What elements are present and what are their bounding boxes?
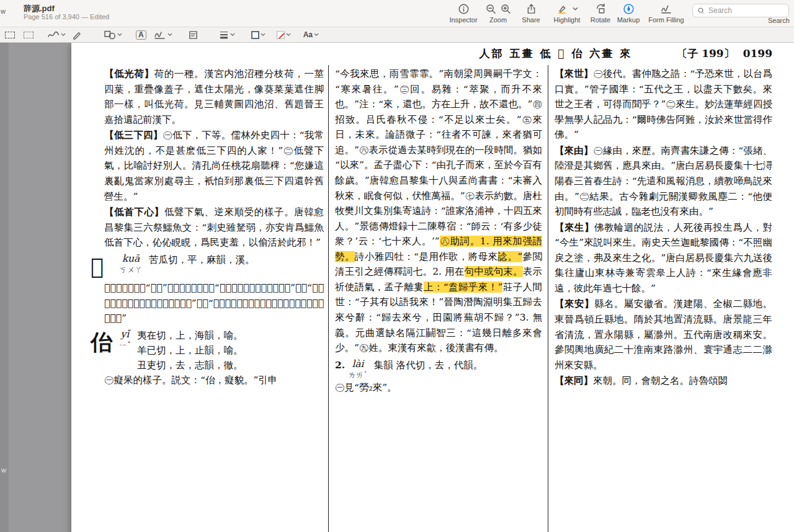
- headword-character: 佁: [91, 328, 119, 357]
- page-indicator: Page 516 of 3,940 — Edited: [24, 13, 109, 20]
- share-label: Share: [522, 16, 540, 24]
- rotate-icon: [595, 3, 607, 15]
- fill-color-tool[interactable]: [277, 29, 291, 41]
- headword: 【來同】: [555, 375, 593, 386]
- title-bar: w 辞源.pdf Page 516 of 3,940 — Edited Insp…: [0, 0, 794, 27]
- info-icon: [458, 3, 470, 15]
- definition-text: 詩小雅四牡：“是用作歌，將母來: [355, 251, 498, 262]
- collapsed-sidebar-strip: w: [0, 43, 9, 532]
- markup-button[interactable]: Markup: [614, 3, 643, 24]
- border-color-swatch: [251, 31, 259, 39]
- headword: 【來由】: [555, 144, 593, 156]
- search-input[interactable]: Search: [692, 4, 789, 17]
- sign-tool[interactable]: [154, 29, 172, 41]
- chevron-down-icon: [573, 6, 578, 12]
- page-number: 0199: [743, 47, 772, 60]
- pinyin: yǐ: [119, 328, 131, 340]
- fanqie-line: 丑吏切，去，志韻，徹。: [137, 358, 324, 373]
- pencil-icon: [72, 30, 83, 40]
- fanqie-readings: 苦瓜切，平，麻韻，溪。: [149, 252, 324, 267]
- highlight-label: Highlight: [554, 16, 581, 24]
- definition-text: 𠇗邪，不正。即“歪斜”。周禮夏官形方氏“而正其封疆，無有華離之地”注：“華讀爲𠇗…: [104, 282, 324, 324]
- zoom-controls: Zoom: [479, 3, 517, 24]
- note-icon: [189, 30, 198, 40]
- inspector-button[interactable]: Inspector: [447, 3, 480, 24]
- pinyin: kuā: [119, 252, 143, 265]
- fanqie-line: 夷在切，上，海韻，喻。: [137, 328, 324, 343]
- fanqie-line: 苦瓜切，平，麻韻，溪。: [149, 252, 324, 267]
- sidebar-fragment-bottom: w: [1, 466, 8, 474]
- pronunciation-block: yǐㄧˇ: [119, 328, 131, 350]
- zhuyin: ㄎㄨㄚ: [119, 265, 143, 275]
- border-color-tool[interactable]: [251, 29, 265, 41]
- form-filling-label: Form Filling: [648, 16, 684, 24]
- inspector-label: Inspector: [449, 16, 477, 24]
- draw-tool[interactable]: [72, 29, 83, 41]
- character-entry: 佁yǐㄧˇ夷在切，上，海韻，喻。羊已切，上，止韻，喻。丑吏切，去，志韻，徹。㊀癡…: [104, 328, 324, 388]
- search-label: Search: [768, 17, 790, 24]
- sidebar-fragment-top: w: [1, 7, 8, 15]
- dict-paragraph: ㊀見“勞₂來”。: [335, 380, 542, 396]
- reading-number: 2.: [335, 358, 345, 373]
- chevron-down-icon: [117, 32, 122, 37]
- text-style-tool[interactable]: Aa: [303, 29, 319, 41]
- pronunciation-block: kuāㄎㄨㄚ: [119, 252, 143, 275]
- dict-column-2: “今我來思，雨雪霏霏。”南朝梁周興嗣千字文：“寒來暑往。”㊂回。易雜：“萃聚，而…: [329, 65, 548, 532]
- dict-paragraph: 【來同】來朝。同，會朝之名。詩魯頌閟: [555, 373, 772, 389]
- shapes-tool[interactable]: [104, 29, 122, 41]
- definition-text: 來朝。同，會朝之名。詩魯頌閟: [593, 375, 728, 386]
- shapes-icon: [104, 30, 116, 40]
- definition-text: ㊀見“勞₂來”。: [335, 382, 397, 393]
- sketch-icon: [47, 30, 60, 40]
- dict-paragraph: 【來生】佛教輪迴的説法，人死後再投生爲人，對“今生”來説叫來生。南史天竺迦毗黎國…: [555, 220, 772, 296]
- dict-paragraph: 【低首下心】低聲下氣、逆來順受的樣子。唐韓愈昌黎集三六祭鱷魚文：“刺史雖駑弱，亦…: [104, 205, 324, 250]
- dict-paragraph: “今我來思，雨雪霏霏。”南朝梁周興嗣千字文：“寒來暑往。”㊂回。易雜：“萃聚，而…: [335, 66, 542, 356]
- dict-paragraph: 【低光荷】荷的一種。漢宮内池沼種分枝荷，一莖四葉，重疊像蓋子，遮住太陽光，像葵菜…: [104, 66, 324, 127]
- zhuyin: ㄌㄞˋ: [348, 370, 368, 380]
- dict-column-3: 【來世】㊀後代。書仲虺之誥：“予恐來世，以台爲口實。”管子國準：“五代之王，以盡…: [548, 65, 794, 532]
- shape-style-tool[interactable]: [219, 29, 235, 41]
- dict-paragraph: 【來世】㊀後代。書仲虺之誥：“予恐來世，以台爲口實。”管子國準：“五代之王，以盡…: [555, 66, 772, 143]
- fanqie-line: 羊已切，上，止韻，喻。: [137, 343, 324, 358]
- headword: 【低三下四】: [104, 129, 163, 141]
- sketch-tool[interactable]: [47, 29, 66, 41]
- highlight-button[interactable]: Highlight: [547, 3, 587, 24]
- search-icon: [697, 7, 705, 15]
- pdf-page: 人部 五畫 低 𠇗 佁 六畫 來 〔子 199〕 0199 【低光荷】荷的一種。…: [71, 43, 794, 532]
- text-selection-tool[interactable]: [5, 29, 15, 41]
- chevron-down-icon: [167, 32, 172, 37]
- form-filling-button[interactable]: Form Filling: [644, 3, 689, 24]
- fill-color-swatch: [277, 31, 285, 39]
- pinyin: lài: [348, 358, 368, 370]
- highlighted-text: 諗。”: [498, 251, 523, 262]
- note-tool[interactable]: [189, 29, 198, 41]
- fanqie-readings: 集韻 洛代切，去，代韻。: [374, 358, 542, 373]
- share-button[interactable]: Share: [519, 3, 543, 24]
- rotate-button[interactable]: Rotate: [588, 3, 613, 24]
- definition-text: “今我來思，雨雪霏霏。”南朝梁周興嗣千字文：“寒來暑往。”㊂回。易雜：“萃聚，而…: [335, 68, 542, 247]
- headword: 【來生】: [555, 221, 594, 233]
- line-weight-icon: [219, 30, 229, 40]
- zoom-label: Zoom: [489, 16, 507, 24]
- text-style-icon: Aa: [303, 30, 313, 39]
- text-box-icon: A: [136, 30, 146, 40]
- zoom-in-button[interactable]: [500, 3, 512, 15]
- dict-paragraph: 【來由】㊀緣由，來歷。南齊書朱謙之傳：“張緒、陸澄是其鄉舊，應具來由。”唐白居易…: [555, 143, 772, 219]
- rectangular-selection-tool[interactable]: [24, 29, 33, 41]
- chevron-down-icon: [61, 32, 66, 37]
- headword: 【低首下心】: [104, 206, 164, 218]
- folio-label: 〔子 199〕: [677, 47, 734, 61]
- zoom-out-button[interactable]: [485, 3, 497, 15]
- chevron-down-icon: [286, 32, 291, 37]
- preview-window: w 辞源.pdf Page 516 of 3,940 — Edited Insp…: [0, 0, 794, 532]
- sign-icon: [154, 30, 166, 40]
- highlighted-text: 上：“盍歸乎來！”: [424, 282, 502, 293]
- rectangular-selection-icon: [24, 32, 33, 38]
- character-entry: 2.làiㄌㄞˋ集韻 洛代切，去，代韻。: [335, 358, 542, 380]
- signature-icon: [660, 3, 672, 15]
- fanqie-readings: 夷在切，上，海韻，喻。羊已切，上，止韻，喻。丑吏切，去，志韻，徹。: [137, 328, 324, 373]
- text-box-tool[interactable]: A: [136, 29, 146, 41]
- document-viewport[interactable]: w 人部 五畫 低 𠇗 佁 六畫 來 〔子 199〕 0199 【低光荷】荷的一…: [0, 43, 794, 532]
- dictionary-columns: 【低光荷】荷的一種。漢宮内池沼種分枝荷，一莖四葉，重疊像蓋子，遮住太陽光，像葵菜…: [71, 65, 794, 532]
- dict-paragraph: 【來安】縣名。屬安徽省。漢建陽、全椒二縣地。東晉爲頓丘縣地。隋於其地置清流縣。唐…: [555, 296, 772, 373]
